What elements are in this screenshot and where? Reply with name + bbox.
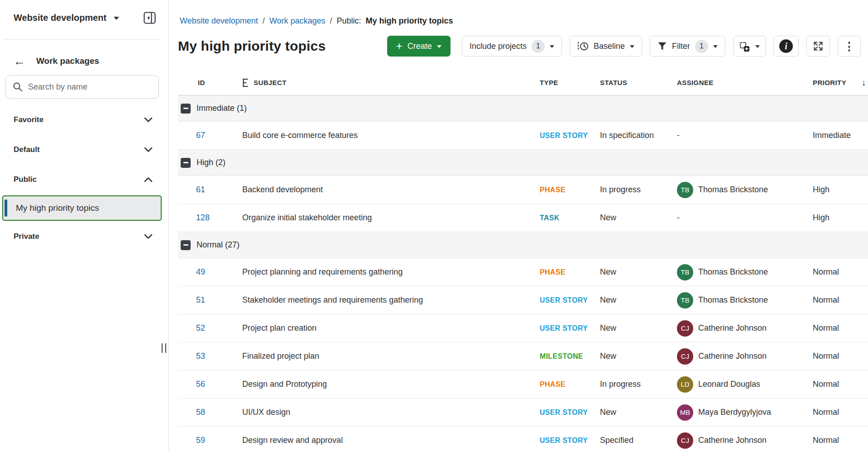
filter-button[interactable]: Filter 1 [650, 36, 725, 57]
column-header-id[interactable]: ID [178, 79, 242, 86]
work-package-id-link[interactable]: 67 [196, 131, 205, 140]
work-package-id-link[interactable]: 51 [196, 295, 205, 304]
breadcrumb-workpackages-link[interactable]: Work packages [269, 16, 326, 26]
plus-icon: + [396, 42, 403, 51]
sidebar-section-public[interactable]: Public [0, 165, 168, 195]
work-package-row[interactable]: 59Design review and approvalUSER STORYSp… [178, 427, 868, 451]
chevron-down-icon [755, 45, 760, 48]
subject-cell: Stakeholder meetings and requirements ga… [242, 295, 540, 305]
assignee-avatar: CJ [677, 432, 693, 449]
work-package-row[interactable]: 61Backend developmentPHASEIn progressTBT… [178, 176, 868, 204]
work-package-row[interactable]: 53Finalized project planMILESTONENewCJCa… [178, 342, 868, 370]
project-name: Website development [14, 13, 106, 23]
wp-table-body: Immediate (1)67Build core e-commerce fea… [178, 95, 868, 451]
project-selector[interactable]: Website development [14, 13, 119, 23]
subject-cell: Project planning and requirements gather… [242, 267, 540, 277]
sidebar-section-private[interactable]: Private [0, 222, 168, 252]
work-package-id-link[interactable]: 61 [196, 185, 205, 194]
info-button[interactable]: i [773, 36, 799, 57]
id-cell: 53 [178, 351, 242, 361]
sidebar-resize-handle[interactable] [162, 343, 166, 353]
status-cell: In specification [600, 131, 677, 140]
assignee-column-cell: LDLeonard Douglas [677, 376, 813, 393]
assignee-name: Thomas Brickstone [698, 267, 768, 277]
chevron-down-icon [630, 45, 634, 48]
work-package-row[interactable]: 52Project plan creationUSER STORYNewCJCa… [178, 314, 868, 342]
id-cell: 56 [178, 380, 242, 389]
work-package-id-link[interactable]: 128 [196, 213, 210, 222]
column-header-subject[interactable]: SUBJECT [242, 78, 540, 88]
priority-cell: Normal [813, 436, 868, 445]
id-cell: 51 [178, 295, 242, 305]
column-header-type[interactable]: TYPE [540, 79, 600, 86]
type-cell: PHASE [540, 268, 600, 276]
page-title: My high priority topics [178, 37, 326, 55]
assignee-avatar: CJ [677, 320, 693, 337]
id-cell: 58 [178, 408, 242, 417]
sidebar-section-default[interactable]: Default [0, 135, 168, 165]
create-button[interactable]: + Create [387, 36, 451, 57]
type-cell: TASK [540, 214, 600, 222]
assignee-column-cell: - [677, 131, 813, 140]
id-cell: 128 [178, 213, 242, 223]
info-icon: i [779, 39, 793, 53]
status-cell: New [600, 213, 677, 223]
work-package-row[interactable]: 56Design and PrototypingPHASEIn progress… [178, 370, 868, 399]
baseline-label: Baseline [594, 42, 625, 51]
work-package-id-link[interactable]: 49 [196, 267, 205, 276]
group-row-high[interactable]: High (2) [178, 150, 868, 176]
assignee-name: Leonard Douglas [698, 380, 760, 389]
baseline-button[interactable]: Baseline [570, 36, 642, 57]
breadcrumb-current: My high priority topics [366, 16, 453, 26]
work-package-row[interactable]: 128Organize initial stakeholder meetingT… [178, 204, 868, 232]
collapse-group-icon[interactable] [181, 240, 191, 250]
work-package-id-link[interactable]: 59 [196, 436, 205, 445]
collapse-group-icon[interactable] [181, 104, 191, 114]
work-package-id-link[interactable]: 58 [196, 408, 205, 417]
work-package-id-link[interactable]: 52 [196, 323, 205, 332]
back-button[interactable]: ← [14, 56, 25, 66]
sidebar-section-favorite[interactable]: Favorite [0, 105, 168, 135]
include-projects-label: Include projects [470, 42, 527, 51]
type-cell: USER STORY [540, 132, 600, 140]
work-package-id-link[interactable]: 53 [196, 351, 205, 361]
assignee-column-cell: CJCatherine Johnson [677, 348, 813, 365]
status-cell: New [600, 323, 677, 333]
assignee-name: Thomas Brickstone [698, 185, 768, 195]
selected-indicator [5, 199, 7, 217]
column-header-status[interactable]: STATUS [600, 79, 677, 86]
group-row-normal[interactable]: Normal (27) [178, 232, 868, 258]
search-input[interactable] [28, 82, 152, 92]
hierarchy-icon[interactable] [242, 78, 249, 88]
status-cell: Specified [600, 436, 677, 445]
fullscreen-button[interactable] [806, 36, 830, 57]
title-toolbar-row: My high priority topics + Create Include… [178, 36, 868, 57]
subject-cell: Finalized project plan [242, 351, 540, 361]
work-package-row[interactable]: 49Project planning and requirements gath… [178, 258, 868, 286]
column-header-assignee[interactable]: ASSIGNEE [677, 79, 813, 86]
filter-funnel-icon [657, 42, 667, 51]
breadcrumb-project-link[interactable]: Website development [180, 16, 258, 26]
work-package-id-link[interactable]: 56 [196, 380, 205, 389]
assignee-name: Catherine Johnson [698, 351, 767, 361]
work-package-row[interactable]: 58UI/UX designUSER STORYNewMBMaya Berdyg… [178, 399, 868, 427]
sidebar-header: Website development [0, 0, 168, 24]
column-header-priority[interactable]: PRIORITY ↓ [813, 77, 868, 88]
work-package-row[interactable]: 67Build core e-commerce featuresUSER STO… [178, 122, 868, 150]
include-projects-button[interactable]: Include projects 1 [462, 36, 562, 57]
sidebar-item-my-high-priority-topics[interactable]: My high priority topics [2, 195, 162, 221]
id-cell: 61 [178, 185, 242, 195]
assignee-column-cell: TBThomas Brickstone [677, 292, 813, 309]
collapse-group-icon[interactable] [181, 158, 191, 168]
id-cell: 67 [178, 131, 242, 140]
breadcrumb-separator: / [330, 16, 332, 26]
collapse-sidebar-button[interactable] [144, 12, 156, 24]
more-menu-button[interactable]: ⋮ [838, 36, 861, 57]
group-label: Normal (27) [197, 240, 240, 250]
work-package-row[interactable]: 51Stakeholder meetings and requirements … [178, 286, 868, 314]
group-row-immediate[interactable]: Immediate (1) [178, 95, 868, 122]
create-button-label: Create [408, 42, 432, 51]
assignee-avatar: CJ [677, 348, 693, 365]
id-cell: 49 [178, 267, 242, 277]
collapse-groups-button[interactable] [733, 36, 766, 57]
